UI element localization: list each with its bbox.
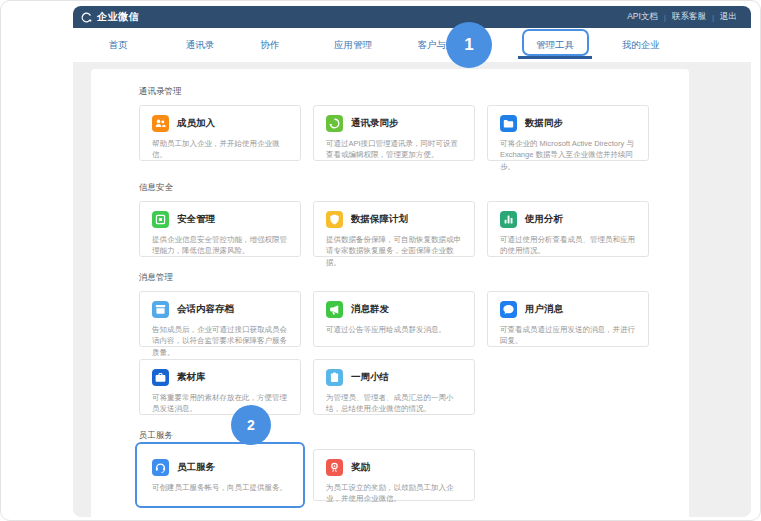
card-desc: 帮助员工加入企业，并开始使用企业微信。 (152, 138, 288, 161)
card-desc: 可创建员工服务帐号，向员工提供服务。 (152, 482, 288, 493)
screenshot-frame: 企业微信 API文档 | 联系客服 | 退出 首页 通讯录 协作 应用管理 客户… (0, 0, 761, 521)
card-weekly-summary[interactable]: 一周小结 为管理员、管理者、成员汇总的一周小结，总结使用企业微信的情况。 (313, 359, 475, 415)
message-broadcast-icon (326, 301, 343, 318)
card-desc: 为员工设立的奖励，以鼓励员工加入企业，并使用企业微信。 (326, 482, 462, 505)
card-desc: 为管理员、管理者、成员汇总的一周小结，总结使用企业微信的情况。 (326, 392, 462, 415)
card-title: 消息群发 (351, 303, 389, 316)
management-tools-panel: 通讯录管理 成员加入 帮助员工加入企业，并开始使用企业微信。 通讯录同步 (91, 69, 689, 517)
section-label-message-management: 消息管理 (139, 271, 689, 283)
separator: | (712, 13, 714, 22)
card-title: 安全管理 (177, 213, 215, 226)
nav-item-collaboration[interactable]: 协作 (261, 28, 280, 62)
card-user-message[interactable]: 用户消息 可查看成员通过应用发送的消息，并进行回复。 (487, 291, 649, 347)
annotation-step-badge-2: 2 (231, 405, 271, 445)
active-tab-underline (518, 56, 592, 59)
card-desc: 提供企业信息安全管控功能，增强权限管理能力，降低信息泄露风险。 (152, 234, 288, 257)
card-title: 数据保障计划 (351, 213, 408, 226)
data-sync-icon (500, 115, 517, 132)
card-title: 使用分析 (525, 213, 563, 226)
card-desc: 可查看成员通过应用发送的消息，并进行回复。 (500, 324, 636, 347)
nav-item-apps[interactable]: 应用管理 (334, 28, 372, 62)
card-data-sync[interactable]: 数据同步 可将企业的 Microsoft Active Directory 与 … (487, 105, 649, 161)
card-chat-archive[interactable]: 会话内容存档 告知成员后，企业可通过接口获取成员会话内容，以符合监管要求和保障客… (139, 291, 301, 347)
cards-row: 成员加入 帮助员工加入企业，并开始使用企业微信。 通讯录同步 可通过API接口管… (139, 105, 689, 161)
employee-service-headset-icon (152, 459, 169, 476)
card-message-broadcast[interactable]: 消息群发 可通过公告等应用给成员群发消息。 (313, 291, 475, 347)
data-protection-shield-icon (326, 211, 343, 228)
card-title: 成员加入 (177, 117, 215, 130)
nav-item-contacts[interactable]: 通讯录 (186, 28, 215, 62)
card-reward[interactable]: 奖励 为员工设立的奖励，以鼓励员工加入企业，并使用企业微信。 (313, 449, 475, 501)
annotation-step-badge-1: 1 (446, 22, 492, 68)
api-docs-link[interactable]: API文档 (627, 11, 658, 23)
card-title: 会话内容存档 (177, 303, 234, 316)
media-library-icon (152, 369, 169, 386)
card-employee-service[interactable]: 员工服务 可创建员工服务帐号，向员工提供服务。 (139, 449, 301, 501)
main-nav: 首页 通讯录 协作 应用管理 客户与上下游 管理工具 我的企业 (73, 28, 751, 62)
user-message-icon (500, 301, 517, 318)
contact-support-link[interactable]: 联系客服 (672, 11, 706, 23)
chat-archive-icon (152, 301, 169, 318)
card-desc: 可通过公告等应用给成员群发消息。 (326, 324, 462, 335)
card-title: 奖励 (351, 461, 370, 474)
card-title: 通讯录同步 (351, 117, 399, 130)
card-title: 一周小结 (351, 371, 389, 384)
cards-row: 安全管理 提供企业信息安全管控功能，增强权限管理能力，降低信息泄露风险。 数据保… (139, 201, 689, 257)
card-title: 素材库 (177, 371, 206, 384)
card-desc: 可通过使用分析查看成员、管理员和应用的使用情况。 (500, 234, 636, 257)
card-contacts-sync[interactable]: 通讯录同步 可通过API接口管理通讯录，同时可设置查看或编辑权限，管理更加方便。 (313, 105, 475, 161)
section-label-employee-service: 员工服务 (139, 429, 689, 441)
card-title: 数据同步 (525, 117, 563, 130)
section-label-contacts-management: 通讯录管理 (139, 85, 689, 97)
card-desc: 提供数据备份保障，可自助恢复数据或申请专家数据恢复服务，全面保障企业数据。 (326, 234, 462, 268)
card-media-library[interactable]: 素材库 可将重要常用的素材存放在此，方便管理员发送消息。 (139, 359, 301, 415)
topbar-links: API文档 | 联系客服 | 退出 (627, 11, 751, 23)
topbar: 企业微信 API文档 | 联系客服 | 退出 (73, 6, 751, 28)
wecom-logo-icon (80, 11, 93, 24)
card-member-join[interactable]: 成员加入 帮助员工加入企业，并开始使用企业微信。 (139, 105, 301, 161)
cards-row: 员工服务 可创建员工服务帐号，向员工提供服务。 奖励 为员工设立的奖励，以鼓励员… (139, 449, 689, 501)
contacts-sync-icon (326, 115, 343, 132)
app-window: 企业微信 API文档 | 联系客服 | 退出 首页 通讯录 协作 应用管理 客户… (73, 6, 751, 517)
section-label-info-security: 信息安全 (139, 181, 689, 193)
card-title: 用户消息 (525, 303, 563, 316)
card-desc: 告知成员后，企业可通过接口获取成员会话内容，以符合监管要求和保障客户服务质量。 (152, 324, 288, 358)
member-join-icon (152, 115, 169, 132)
card-security-management[interactable]: 安全管理 提供企业信息安全管控功能，增强权限管理能力，降低信息泄露风险。 (139, 201, 301, 257)
wecom-logo: 企业微信 (73, 10, 139, 24)
card-desc: 可将企业的 Microsoft Active Directory 与 Excha… (500, 138, 636, 172)
card-usage-analytics[interactable]: 使用分析 可通过使用分析查看成员、管理员和应用的使用情况。 (487, 201, 649, 257)
card-title: 员工服务 (177, 461, 215, 474)
separator: | (664, 13, 666, 22)
card-data-protection-plan[interactable]: 数据保障计划 提供数据备份保障，可自助恢复数据或申请专家数据恢复服务，全面保障企… (313, 201, 475, 257)
card-desc: 可通过API接口管理通讯录，同时可设置查看或编辑权限，管理更加方便。 (326, 138, 462, 161)
card-desc: 可将重要常用的素材存放在此，方便管理员发送消息。 (152, 392, 288, 415)
nav-item-my-company[interactable]: 我的企业 (622, 28, 660, 62)
weekly-summary-icon (326, 369, 343, 386)
usage-analytics-icon (500, 211, 517, 228)
cards-row: 会话内容存档 告知成员后，企业可通过接口获取成员会话内容，以符合监管要求和保障客… (139, 291, 689, 347)
cards-row: 素材库 可将重要常用的素材存放在此，方便管理员发送消息。 一周小结 为管理员、管… (139, 359, 689, 415)
nav-item-home[interactable]: 首页 (109, 28, 128, 62)
logout-link[interactable]: 退出 (720, 11, 737, 23)
reward-medal-icon (326, 459, 343, 476)
security-icon (152, 211, 169, 228)
logo-text: 企业微信 (97, 10, 139, 24)
